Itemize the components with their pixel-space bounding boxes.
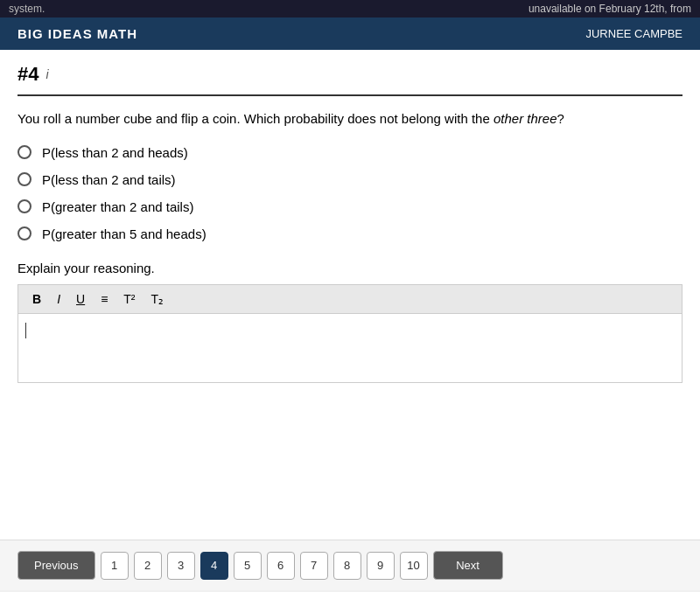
next-button[interactable]: Next: [433, 551, 503, 580]
option-1-label: P(less than 2 and heads): [42, 145, 188, 160]
option-4-label: P(greater than 5 and heads): [42, 226, 206, 241]
page-button-10[interactable]: 10: [400, 552, 428, 580]
page-button-3[interactable]: 3: [167, 552, 195, 580]
question-text-italic: other three: [494, 111, 557, 126]
radio-2[interactable]: [18, 172, 32, 186]
option-2[interactable]: P(less than 2 and tails): [18, 172, 682, 187]
page-button-6[interactable]: 6: [267, 552, 295, 580]
underline-button[interactable]: U: [73, 290, 88, 308]
page-button-7[interactable]: 7: [300, 552, 328, 580]
italic-button[interactable]: I: [53, 290, 64, 308]
explanation-input[interactable]: [18, 313, 682, 383]
question-text-part1: You roll a number cube and flip a coin. …: [18, 111, 494, 126]
page-button-9[interactable]: 9: [367, 552, 395, 580]
main-content: #4 i You roll a number cube and flip a c…: [0, 50, 700, 540]
text-cursor: [25, 323, 26, 338]
superscript-button[interactable]: T²: [120, 290, 138, 308]
radio-3[interactable]: [18, 199, 32, 213]
question-text-part2: ?: [557, 111, 564, 126]
question-text: You roll a number cube and flip a coin. …: [18, 109, 682, 129]
formatting-toolbar: B I U ≡ T² T₂: [18, 284, 682, 313]
top-bar: system. unavailable on February 12th, fr…: [0, 0, 700, 17]
radio-1[interactable]: [18, 145, 32, 159]
header-user: JURNEE CAMPBE: [585, 27, 682, 40]
option-3[interactable]: P(greater than 2 and tails): [18, 199, 682, 214]
header-logo: BIG IDEAS MATH: [18, 26, 137, 41]
subscript-button[interactable]: T₂: [148, 290, 168, 308]
list-button[interactable]: ≡: [97, 290, 111, 308]
header: BIG IDEAS MATH JURNEE CAMPBE: [0, 17, 700, 50]
info-icon: i: [46, 67, 48, 81]
option-3-label: P(greater than 2 and tails): [42, 199, 193, 214]
explain-label: Explain your reasoning.: [18, 261, 682, 275]
option-4[interactable]: P(greater than 5 and heads): [18, 226, 682, 241]
top-bar-right: unavailable on February 12th, from: [528, 3, 691, 15]
option-1[interactable]: P(less than 2 and heads): [18, 145, 682, 160]
page-button-8[interactable]: 8: [333, 552, 361, 580]
question-number: #4: [18, 63, 38, 86]
previous-button[interactable]: Previous: [18, 551, 95, 580]
answer-options: P(less than 2 and heads) P(less than 2 a…: [18, 145, 682, 241]
page-button-4[interactable]: 4: [200, 552, 228, 580]
option-2-label: P(less than 2 and tails): [42, 172, 176, 187]
page-button-5[interactable]: 5: [234, 552, 262, 580]
top-bar-left: system.: [9, 3, 45, 15]
page-button-1[interactable]: 1: [101, 552, 129, 580]
page-button-2[interactable]: 2: [134, 552, 162, 580]
radio-4[interactable]: [18, 226, 32, 240]
bold-button[interactable]: B: [29, 290, 45, 308]
question-header: #4 i: [18, 63, 682, 96]
navigation-bar: Previous 1 2 3 4 5 6 7 8 9 10 Next: [0, 540, 700, 590]
